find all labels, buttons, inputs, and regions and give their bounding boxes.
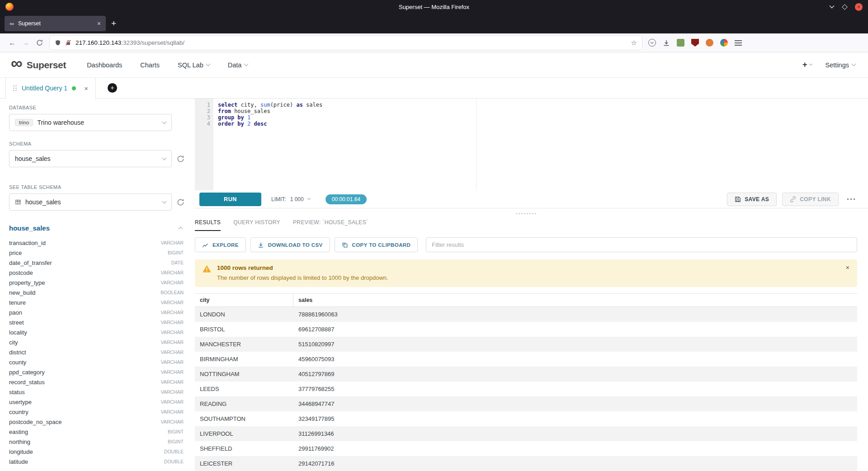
chart-line-icon — [202, 242, 208, 248]
cell-sales: 29142071716 — [293, 460, 857, 467]
column-name: northing — [9, 438, 168, 445]
sql-line: select city, sum(price) as sales — [218, 102, 868, 108]
nav-item-sql-lab[interactable]: SQL Lab — [178, 61, 210, 69]
reload-button[interactable] — [33, 36, 46, 50]
alert-close-icon[interactable]: × — [846, 264, 849, 271]
drag-handle-icon[interactable] — [13, 85, 17, 91]
query-status-dot — [72, 86, 76, 90]
column-row: record_statusVARCHAR — [9, 377, 184, 387]
tab-preview-house-sales[interactable]: PREVIEW: `HOUSE_SALES` — [293, 219, 368, 231]
insecure-lock-icon[interactable] — [65, 39, 71, 46]
tab-close-icon[interactable]: × — [97, 20, 101, 27]
cell-sales: 32349177895 — [293, 415, 857, 422]
tracking-protection-shield-icon[interactable] — [55, 39, 61, 46]
tab-query-history[interactable]: QUERY HISTORY — [233, 219, 280, 231]
cell-city: SOUTHAMPTON — [195, 415, 293, 422]
window-maximize-icon[interactable] — [842, 4, 848, 10]
bookmark-star-icon[interactable]: ☆ — [631, 39, 637, 47]
table-row: BIRMINGHAM45960075093 — [195, 352, 857, 367]
save-as-button[interactable]: SAVE AS — [727, 193, 777, 206]
column-type: VARCHAR — [160, 320, 184, 325]
new-content-button[interactable]: + — [802, 60, 812, 70]
query-timer-badge: 00:00:01.64 — [326, 194, 367, 204]
column-name: usertype — [9, 399, 160, 405]
chevron-down-icon — [852, 62, 856, 66]
add-query-tab-button[interactable]: + — [108, 83, 117, 93]
query-tab-close-icon[interactable]: × — [84, 85, 88, 92]
limit-dropdown[interactable]: LIMIT: 1 000 — [271, 196, 310, 203]
run-button[interactable]: RUN — [199, 193, 261, 206]
extension-green-icon[interactable] — [677, 39, 684, 47]
window-close-icon[interactable]: × — [855, 3, 863, 11]
pane-resize-handle[interactable] — [195, 210, 857, 217]
column-name: new_build — [9, 289, 160, 296]
query-tab[interactable]: Untitled Query 1 × — [5, 78, 96, 99]
forward-button[interactable]: → — [19, 36, 33, 50]
more-actions-icon[interactable]: ··· — [847, 195, 856, 203]
column-row: postcodeVARCHAR — [9, 268, 184, 278]
column-row: tenureVARCHAR — [9, 297, 184, 307]
nav-item-dashboards[interactable]: Dashboards — [87, 61, 122, 69]
column-type: VARCHAR — [160, 349, 184, 355]
superset-brand: Superset — [27, 60, 66, 71]
table-select[interactable]: house_sales — [9, 193, 172, 211]
column-type: VARCHAR — [160, 359, 184, 365]
chevron-down-icon — [244, 62, 249, 66]
copy-link-button[interactable]: COPY LINK — [782, 193, 839, 206]
extension-ublock-icon[interactable] — [691, 39, 699, 47]
window-minimize-icon[interactable] — [829, 5, 835, 9]
sql-line: from house_sales — [218, 108, 868, 114]
url-field[interactable]: 217.160.120.143:32393/superset/sqllab/ ☆ — [50, 36, 642, 50]
schema-select[interactable]: house_sales — [9, 150, 172, 167]
column-type: BIGINT — [168, 439, 184, 444]
chevron-down-icon — [162, 199, 167, 203]
sql-line: order by 2 desc — [218, 121, 868, 127]
cell-sales: 31126991346 — [293, 430, 857, 437]
column-header-city[interactable]: city — [195, 294, 293, 306]
sql-editor[interactable]: 1234 select city, sum(price) as salesfro… — [195, 99, 868, 190]
superset-logo[interactable]: ∞ Superset — [11, 60, 66, 71]
column-type: VARCHAR — [160, 419, 184, 424]
column-name: record_status — [9, 379, 160, 386]
copy-clipboard-button[interactable]: COPY TO CLIPBOARD — [335, 237, 418, 252]
superset-logo-icon: ∞ — [11, 57, 23, 70]
column-name: date_of_transfer — [9, 259, 171, 266]
results-pane: RESULTS QUERY HISTORY PREVIEW: `HOUSE_SA… — [195, 208, 868, 471]
tab-results[interactable]: RESULTS — [195, 219, 221, 231]
database-select[interactable]: trino Trino warehouse — [9, 114, 172, 131]
table-name[interactable]: house_sales — [9, 224, 179, 232]
results-action-row: EXPLORE DOWNLOAD TO CSV COPY TO CLIPBOAR… — [195, 237, 857, 252]
refresh-schema-icon[interactable] — [177, 155, 184, 163]
column-row: statusVARCHAR — [9, 387, 184, 397]
nav-item-charts[interactable]: Charts — [140, 61, 160, 69]
menu-hamburger-icon[interactable] — [735, 40, 742, 46]
sql-code[interactable]: select city, sum(price) as salesfrom hou… — [213, 99, 868, 190]
database-type-badge: trino — [15, 119, 33, 126]
explore-button[interactable]: EXPLORE — [195, 237, 246, 252]
back-button[interactable]: ← — [5, 36, 19, 50]
table-row: SHEFFIELD29911769902 — [195, 441, 857, 456]
table-grid-icon — [15, 199, 21, 205]
download-csv-button[interactable]: DOWNLOAD TO CSV — [250, 237, 330, 252]
cell-city: LEEDS — [195, 386, 293, 392]
save-icon — [735, 196, 741, 203]
column-row: streetVARCHAR — [9, 317, 184, 327]
results-table-body: LONDON788861960063BRISTOL69612708887MANC… — [195, 307, 857, 471]
column-header-sales[interactable]: sales — [293, 294, 857, 306]
nav-item-data[interactable]: Data — [228, 61, 248, 69]
new-tab-button[interactable]: + — [111, 19, 116, 28]
filter-results-input[interactable] — [426, 237, 857, 252]
column-name: latitude — [9, 458, 164, 465]
extension-orange-icon[interactable] — [706, 39, 713, 47]
table-columns-list: transaction_idVARCHARpriceBIGINTdate_of_… — [9, 238, 186, 466]
plus-icon: + — [802, 60, 807, 70]
downloads-icon[interactable] — [663, 39, 670, 47]
browser-tab[interactable]: ∞ Superset × — [5, 16, 106, 31]
collapse-table-icon[interactable] — [179, 227, 183, 231]
extension-pinwheel-icon[interactable] — [720, 39, 728, 47]
column-name: transaction_id — [9, 240, 160, 246]
pocket-icon[interactable] — [648, 39, 656, 47]
refresh-table-icon[interactable] — [177, 198, 184, 206]
table-row: LIVERPOOL31126991346 — [195, 426, 857, 441]
settings-menu[interactable]: Settings — [826, 61, 855, 69]
